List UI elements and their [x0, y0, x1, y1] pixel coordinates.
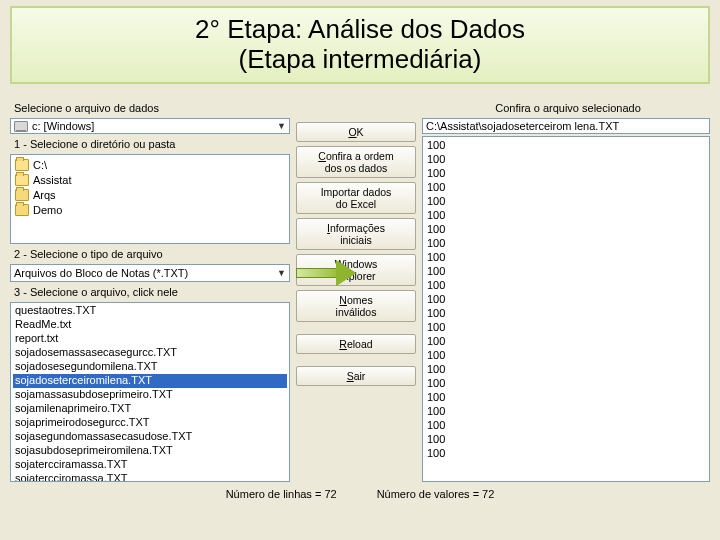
preview-line: 100 — [427, 237, 705, 251]
file-item[interactable]: ReadMe.txt — [13, 318, 287, 332]
dir-item: Arqs — [15, 187, 285, 202]
filetype-select[interactable]: Arquivos do Bloco de Notas (*.TXT) ▼ — [10, 264, 290, 282]
preview-line: 100 — [427, 419, 705, 433]
preview-line: 100 — [427, 293, 705, 307]
preview-line: 100 — [427, 167, 705, 181]
confirm-order-button[interactable]: Confira a ordem dos os dados — [296, 146, 416, 178]
file-item[interactable]: sojaprimeirodosegurcc.TXT — [13, 416, 287, 430]
file-item[interactable]: sojatercciramassa.TXT — [13, 458, 287, 472]
dir-item: Demo — [15, 202, 285, 217]
drive-icon — [14, 121, 28, 132]
chevron-down-icon: ▼ — [277, 121, 286, 131]
file-item[interactable]: questaotres.TXT — [13, 304, 287, 318]
preview-line: 100 — [427, 181, 705, 195]
file-item[interactable]: sojasubdoseprimeiromilena.TXT — [13, 444, 287, 458]
file-item[interactable]: sojamassasubdoseprimeiro.TXT — [13, 388, 287, 402]
preview-line: 100 — [427, 363, 705, 377]
label-step2: 2 - Selecione o tipo de arquivo — [10, 246, 290, 262]
app-window: Selecione o arquivo de dados c: [Windows… — [6, 88, 714, 504]
file-item[interactable]: sojadoseterceiromilena.TXT — [13, 374, 287, 388]
preview-line: 100 — [427, 139, 705, 153]
dir-item: Assistat — [15, 172, 285, 187]
folder-icon — [15, 204, 29, 216]
file-list[interactable]: questaotres.TXTReadMe.txtreport.txtsojad… — [10, 302, 290, 482]
preview-line: 100 — [427, 335, 705, 349]
preview-line: 100 — [427, 153, 705, 167]
file-item[interactable]: sojadosesegundomilena.TXT — [13, 360, 287, 374]
folder-icon — [15, 189, 29, 201]
selected-path: C:\Assistat\sojadoseterceirom lena.TXT — [422, 118, 710, 134]
import-excel-button[interactable]: Importar dados do Excel — [296, 182, 416, 214]
folder-icon — [15, 159, 29, 171]
ok-button[interactable]: OK — [296, 122, 416, 142]
label-step3: 3 - Selecione o arquivo, click nele — [10, 284, 290, 300]
drive-value: c: [Windows] — [32, 120, 94, 132]
file-item[interactable]: sojadosemassasecasegurcc.TXT — [13, 346, 287, 360]
preview-line: 100 — [427, 251, 705, 265]
file-item[interactable]: report.txt — [13, 332, 287, 346]
invalid-names-button[interactable]: Nomes inválidos — [296, 290, 416, 322]
windows-explorer-button[interactable]: Windows Explorer — [296, 254, 416, 286]
preview-line: 100 — [427, 223, 705, 237]
label-confirm-file: Confira o arquivo selecionado — [422, 100, 710, 116]
preview-line: 100 — [427, 433, 705, 447]
preview-line: 100 — [427, 447, 705, 461]
exit-button[interactable]: Sair — [296, 366, 416, 386]
status-values: Número de valores = 72 — [377, 488, 495, 500]
preview-line: 100 — [427, 391, 705, 405]
label-select-file: Selecione o arquivo de dados — [10, 100, 290, 116]
status-bar: Número de linhas = 72 Número de valores … — [6, 486, 714, 504]
initial-info-button[interactable]: Informações iniciais — [296, 218, 416, 250]
folder-icon — [15, 174, 29, 186]
file-item[interactable]: sojamilenaprimeiro.TXT — [13, 402, 287, 416]
preview-line: 100 — [427, 349, 705, 363]
title-line-1: 2° Etapa: Análise dos Dados — [16, 14, 704, 44]
directory-list[interactable]: C:\ Assistat Arqs Demo — [10, 154, 290, 244]
preview-line: 100 — [427, 405, 705, 419]
preview-line: 100 — [427, 195, 705, 209]
title-line-2: (Etapa intermediária) — [16, 44, 704, 74]
filetype-value: Arquivos do Bloco de Notas (*.TXT) — [14, 267, 188, 279]
drive-select[interactable]: c: [Windows] ▼ — [10, 118, 290, 134]
status-lines: Número de linhas = 72 — [226, 488, 337, 500]
chevron-down-icon: ▼ — [277, 268, 286, 278]
preview-line: 100 — [427, 307, 705, 321]
preview-line: 100 — [427, 209, 705, 223]
file-item[interactable]: sojasegundomassasecasudose.TXT — [13, 430, 287, 444]
preview-line: 100 — [427, 279, 705, 293]
label-step1: 1 - Selecione o diretório ou pasta — [10, 136, 290, 152]
preview-line: 100 — [427, 265, 705, 279]
slide-title: 2° Etapa: Análise dos Dados (Etapa inter… — [10, 6, 710, 84]
reload-button[interactable]: Reload — [296, 334, 416, 354]
file-item[interactable]: sojatercciromassa.TXT — [13, 472, 287, 482]
dir-item: C:\ — [15, 157, 285, 172]
preview-line: 100 — [427, 377, 705, 391]
preview-line: 100 — [427, 321, 705, 335]
file-preview[interactable]: 1001001001001001001001001001001001001001… — [422, 136, 710, 482]
